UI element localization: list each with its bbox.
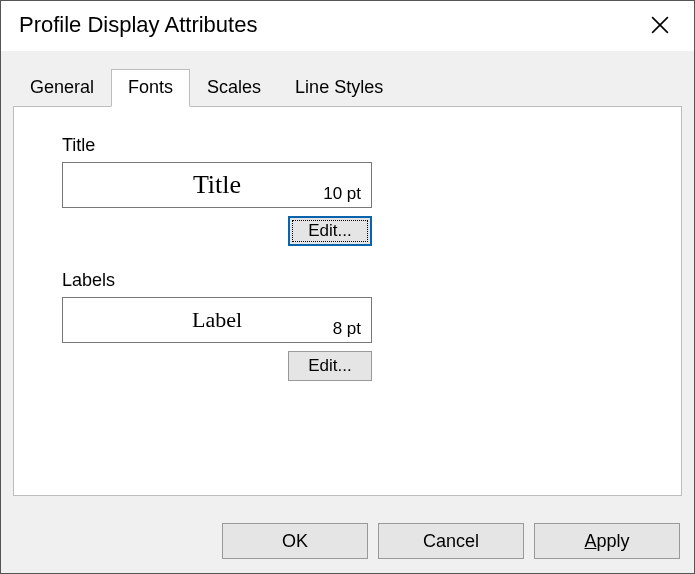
labels-preview-size: 8 pt [333, 319, 361, 339]
dialog-button-row: OK Cancel Apply [222, 523, 680, 559]
tab-page-fonts: Title Title 10 pt Edit... Labels Label 8… [13, 106, 682, 496]
labels-preview-text: Label [192, 307, 242, 333]
edit-title-font-button[interactable]: Edit... [288, 216, 372, 246]
tab-general[interactable]: General [13, 69, 111, 106]
title-preview-size: 10 pt [323, 184, 361, 204]
title-preview-text: Title [193, 170, 241, 200]
ok-button[interactable]: OK [222, 523, 368, 559]
apply-mnemonic: A [584, 531, 596, 551]
labels-section-label: Labels [62, 270, 645, 291]
labels-font-preview: Label 8 pt [62, 297, 372, 343]
apply-rest: pply [596, 531, 629, 551]
tab-line-styles[interactable]: Line Styles [278, 69, 400, 106]
cancel-button[interactable]: Cancel [378, 523, 524, 559]
tab-fonts[interactable]: Fonts [111, 69, 190, 107]
tab-strip: General Fonts Scales Line Styles [13, 69, 682, 106]
titlebar: Profile Display Attributes [1, 1, 694, 49]
apply-button[interactable]: Apply [534, 523, 680, 559]
edit-labels-font-button[interactable]: Edit... [288, 351, 372, 381]
window-title: Profile Display Attributes [19, 12, 257, 38]
title-section-label: Title [62, 135, 645, 156]
close-button[interactable] [640, 9, 680, 41]
tab-scales[interactable]: Scales [190, 69, 278, 106]
close-icon [651, 16, 669, 34]
dialog-client-area: General Fonts Scales Line Styles Title T… [1, 51, 694, 573]
title-font-preview: Title 10 pt [62, 162, 372, 208]
